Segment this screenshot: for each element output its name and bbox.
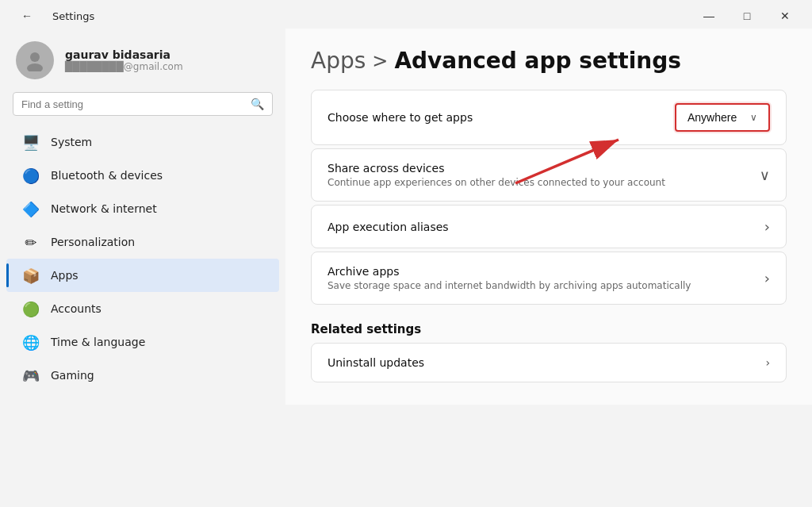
sidebar-item-network[interactable]: 🔷 Network & internet (6, 192, 279, 225)
chevron-down-icon: ∨ (760, 167, 770, 183)
setting-text: Archive apps Save storage space and inte… (327, 265, 691, 291)
time-icon: 🌐 (22, 333, 40, 351)
sidebar-item-label: System (51, 136, 92, 148)
chevron-right-icon: › (764, 270, 770, 286)
breadcrumb-separator: > (372, 50, 388, 72)
title-bar-controls: — □ ✕ (691, 5, 802, 27)
setting-item-share-devices[interactable]: Share across devices Continue app experi… (311, 148, 787, 202)
sidebar-item-label: Gaming (51, 369, 94, 382)
title-bar: ← Settings — □ ✕ (0, 0, 812, 29)
profile-section: gaurav bidasaria ████████@gmail.com (0, 29, 285, 92)
sidebar-item-label: Bluetooth & devices (51, 169, 163, 182)
anywhere-dropdown[interactable]: Anywhere ∨ (675, 103, 770, 132)
sidebar-item-system[interactable]: 🖥️ System (6, 125, 279, 159)
content-wrapper: Apps > Advanced app settings Choose wher… (285, 29, 812, 507)
sidebar-item-personalization[interactable]: ✏️ Personalization (6, 225, 279, 259)
app-body: gaurav bidasaria ████████@gmail.com 🔍 🖥️… (0, 29, 812, 507)
sidebar-item-time[interactable]: 🌐 Time & language (6, 325, 279, 359)
avatar (16, 41, 54, 79)
setting-text: Choose where to get apps (327, 111, 473, 124)
close-button[interactable]: ✕ (768, 5, 802, 27)
sidebar-item-label: Personalization (51, 236, 135, 248)
sidebar-item-accounts[interactable]: 🟢 Accounts (6, 292, 279, 325)
setting-label: Share across devices (327, 162, 665, 175)
back-button[interactable]: ← (10, 5, 44, 27)
sidebar-item-label: Network & internet (51, 202, 157, 215)
svg-point-0 (30, 52, 40, 62)
setting-label: Archive apps (327, 265, 691, 278)
title-bar-left: ← Settings (10, 5, 94, 27)
svg-point-1 (27, 63, 43, 71)
setting-sub: Save storage space and internet bandwidt… (327, 280, 691, 291)
maximize-button[interactable]: □ (730, 5, 764, 27)
network-icon: 🔷 (22, 200, 40, 217)
nav-list: 🖥️ System 🔵 Bluetooth & devices 🔷 Networ… (0, 125, 285, 507)
related-settings-header: Related settings (311, 322, 787, 336)
profile-info: gaurav bidasaria ████████@gmail.com (65, 48, 183, 72)
minimize-button[interactable]: — (691, 5, 726, 27)
sidebar-item-label: Apps (51, 269, 79, 282)
related-settings-list: Uninstall updates › (311, 343, 787, 386)
content-area: Apps > Advanced app settings Choose wher… (285, 29, 812, 405)
search-box: 🔍 (13, 92, 273, 116)
setting-item-archive-apps[interactable]: Archive apps Save storage space and inte… (311, 252, 787, 305)
sidebar-item-gaming[interactable]: 🎮 Gaming (6, 359, 279, 392)
sidebar-item-apps[interactable]: 📦 Apps (6, 259, 279, 292)
related-item-uninstall-updates[interactable]: Uninstall updates › (311, 343, 787, 382)
sidebar-item-label: Accounts (51, 302, 102, 315)
setting-sub: Continue app experiences on other device… (327, 177, 665, 188)
setting-item-choose-where[interactable]: Choose where to get apps Anywhere ∨ (311, 90, 787, 145)
breadcrumb: Apps > Advanced app settings (311, 48, 787, 74)
chevron-down-icon: ∨ (750, 112, 757, 123)
sidebar-item-bluetooth[interactable]: 🔵 Bluetooth & devices (6, 159, 279, 192)
gaming-icon: 🎮 (22, 367, 40, 384)
setting-label: App execution aliases (327, 221, 449, 233)
accounts-icon: 🟢 (22, 300, 40, 317)
sidebar: gaurav bidasaria ████████@gmail.com 🔍 🖥️… (0, 29, 285, 507)
search-icon: 🔍 (251, 98, 264, 110)
dropdown-value: Anywhere (688, 111, 737, 124)
setting-text: Uninstall updates (327, 356, 424, 369)
profile-email: ████████@gmail.com (65, 61, 183, 72)
setting-item-app-execution[interactable]: App execution aliases › (311, 205, 787, 248)
apps-icon: 📦 (22, 267, 40, 284)
chevron-right-icon: › (765, 356, 770, 369)
system-icon: 🖥️ (22, 133, 40, 151)
profile-name: gaurav bidasaria (65, 48, 183, 61)
breadcrumb-current: Advanced app settings (394, 48, 681, 74)
setting-label: Choose where to get apps (327, 111, 473, 124)
setting-text: App execution aliases (327, 221, 449, 233)
bluetooth-icon: 🔵 (22, 167, 40, 184)
sidebar-item-label: Time & language (51, 336, 145, 348)
search-input[interactable] (21, 98, 244, 110)
setting-label: Uninstall updates (327, 356, 424, 369)
settings-list: Choose where to get apps Anywhere ∨ Shar… (311, 90, 787, 308)
search-container: 🔍 (0, 92, 285, 125)
chevron-right-icon: › (764, 218, 770, 235)
personalization-icon: ✏️ (22, 233, 40, 251)
title-bar-title: Settings (52, 10, 94, 22)
setting-text: Share across devices Continue app experi… (327, 162, 665, 188)
breadcrumb-parent[interactable]: Apps (311, 48, 366, 74)
